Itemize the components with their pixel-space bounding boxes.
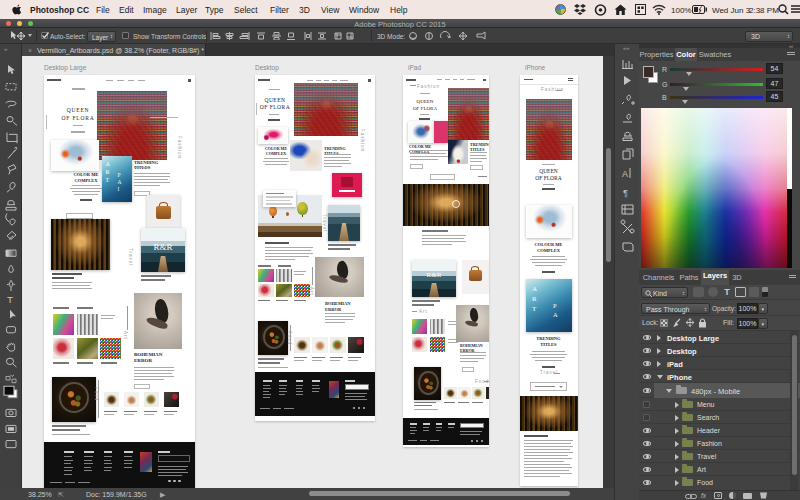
svg-text:T: T <box>7 294 13 304</box>
svg-text:A: A <box>622 169 628 179</box>
svg-text:¶: ¶ <box>623 188 628 198</box>
